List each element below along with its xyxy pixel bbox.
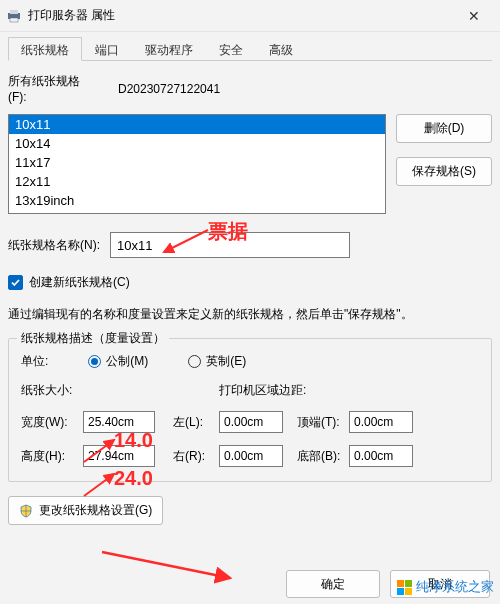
list-item[interactable]: 13x19inch [9, 191, 385, 210]
titlebar: 打印服务器 属性 ✕ [0, 0, 500, 32]
print-margin-label: 打印机区域边距: [219, 382, 306, 399]
list-item[interactable]: 10x14 [9, 134, 385, 153]
tab-ports[interactable]: 端口 [82, 37, 132, 61]
create-new-row: 创建新纸张规格(C) [8, 274, 492, 291]
radio-imperial-label: 英制(E) [206, 353, 246, 370]
create-new-label: 创建新纸张规格(C) [29, 274, 130, 291]
forms-listbox[interactable]: 10x11 10x14 11x17 12x11 13x19inch [8, 114, 386, 214]
all-forms-row: 所有纸张规格(F): D20230727122041 [8, 73, 492, 104]
bottom-input[interactable] [349, 445, 413, 467]
change-settings-button[interactable]: 更改纸张规格设置(G) [8, 496, 163, 525]
top-label: 顶端(T): [297, 414, 349, 431]
right-label: 右(R): [173, 448, 219, 465]
tab-bar: 纸张规格 端口 驱动程序 安全 高级 [8, 36, 492, 61]
form-name-label: 纸张规格名称(N): [8, 237, 100, 254]
tab-security[interactable]: 安全 [206, 37, 256, 61]
group-legend: 纸张规格描述（度量设置） [17, 330, 169, 347]
form-name-input[interactable] [110, 232, 350, 258]
radio-icon [188, 355, 201, 368]
list-item[interactable]: 11x17 [9, 153, 385, 172]
printer-icon [6, 8, 22, 24]
width-label: 宽度(W): [21, 414, 83, 431]
dialog-footer: 确定 取消 [0, 570, 500, 598]
all-forms-label: 所有纸张规格(F): [8, 73, 98, 104]
radio-icon [88, 355, 101, 368]
ok-button[interactable]: 确定 [286, 570, 380, 598]
tab-forms[interactable]: 纸张规格 [8, 37, 82, 61]
unit-row: 单位: 公制(M) 英制(E) [21, 353, 479, 370]
radio-metric[interactable]: 公制(M) [88, 353, 148, 370]
left-input[interactable] [219, 411, 283, 433]
height-label: 高度(H): [21, 448, 83, 465]
close-button[interactable]: ✕ [454, 0, 494, 32]
list-item[interactable]: 10x11 [9, 115, 385, 134]
shield-icon [19, 504, 33, 518]
list-item[interactable]: 12x11 [9, 172, 385, 191]
measurements-group: 纸张规格描述（度量设置） 单位: 公制(M) 英制(E) 纸张大小: 打印机区域… [8, 338, 492, 482]
bottom-label: 底部(B): [297, 448, 349, 465]
tab-advanced[interactable]: 高级 [256, 37, 306, 61]
radio-imperial[interactable]: 英制(E) [188, 353, 246, 370]
width-input[interactable] [83, 411, 155, 433]
header-code: D20230727122041 [118, 82, 220, 96]
form-name-row: 纸张规格名称(N): [8, 232, 492, 258]
cancel-button[interactable]: 取消 [390, 570, 490, 598]
check-icon [10, 277, 21, 288]
close-icon: ✕ [468, 8, 480, 24]
change-settings-label: 更改纸张规格设置(G) [39, 502, 152, 519]
create-new-checkbox[interactable] [8, 275, 23, 290]
radio-metric-label: 公制(M) [106, 353, 148, 370]
top-input[interactable] [349, 411, 413, 433]
dialog-content: 纸张规格 端口 驱动程序 安全 高级 所有纸张规格(F): D202307271… [0, 32, 500, 525]
left-label: 左(L): [173, 414, 219, 431]
tab-drivers[interactable]: 驱动程序 [132, 37, 206, 61]
delete-button[interactable]: 删除(D) [396, 114, 492, 143]
right-input[interactable] [219, 445, 283, 467]
height-input[interactable] [83, 445, 155, 467]
description-text: 通过编辑现有的名称和度量设置来定义新的纸张规格，然后单击"保存规格"。 [8, 305, 492, 324]
unit-label: 单位: [21, 353, 48, 370]
paper-size-label: 纸张大小: [21, 382, 179, 399]
save-form-button[interactable]: 保存规格(S) [396, 157, 492, 186]
svg-rect-1 [10, 10, 18, 14]
window-title: 打印服务器 属性 [28, 7, 454, 24]
svg-rect-2 [10, 18, 18, 22]
size-heading-row: 纸张大小: 打印机区域边距: [21, 382, 479, 399]
